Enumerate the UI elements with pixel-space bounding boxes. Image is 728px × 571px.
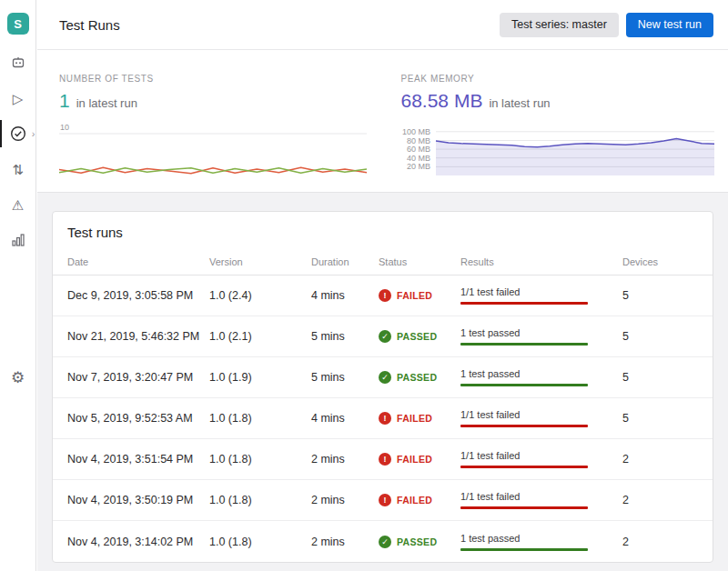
result-bar (460, 466, 588, 468)
memory-panel-value: 68.58 MB in latest run (401, 90, 714, 112)
memory-panel-label: PEAK MEMORY (401, 74, 714, 84)
gear-icon: ⚙ (11, 370, 25, 386)
status-label: PASSED (397, 331, 437, 342)
main-area: Test Runs Test series: master New test r… (37, 0, 728, 571)
row-status: ✓PASSED (379, 536, 460, 548)
table-row[interactable]: Nov 4, 2019, 3:50:19 PM1.0 (1.8)2 mins!F… (53, 480, 713, 521)
status-label: FAILED (397, 495, 432, 506)
svg-text:80 MB: 80 MB (406, 136, 430, 145)
column-header-status: Status (379, 256, 460, 267)
result-bar (460, 425, 588, 427)
table-body: Dec 9, 2019, 3:05:58 PM1.0 (2.4)4 mins!F… (53, 275, 713, 562)
table-row[interactable]: Nov 5, 2019, 9:52:53 AM1.0 (1.8)4 mins!F… (53, 398, 713, 439)
sidebar-item-commits[interactable]: ⇅ (0, 157, 36, 181)
sidebar-item-issues[interactable]: ⚠ (0, 193, 36, 216)
tests-chart: 10 (59, 119, 369, 179)
content-area: Test runs Date Version Duration Status R… (37, 193, 728, 571)
result-label: 1/1 test failed (460, 491, 622, 502)
result-label: 1 test passed (460, 533, 622, 544)
card-title: Test runs (53, 212, 713, 251)
result-label: 1 test passed (460, 327, 622, 338)
status-label: FAILED (397, 290, 432, 301)
row-devices: 5 (622, 412, 698, 425)
status-label: PASSED (397, 536, 437, 547)
result-bar (460, 343, 588, 346)
failed-icon: ! (379, 494, 391, 506)
passed-icon: ✓ (379, 536, 391, 548)
row-devices: 5 (622, 371, 698, 384)
table-header: Date Version Duration Status Results Dev… (53, 251, 713, 275)
test-runs-card: Test runs Date Version Duration Status R… (52, 211, 713, 563)
result-label: 1 test passed (460, 368, 622, 379)
column-header-version: Version (209, 256, 311, 267)
tests-count: 1 (59, 90, 70, 112)
result-label: 1/1 test failed (460, 450, 622, 461)
bot-icon (10, 55, 26, 71)
status-label: PASSED (397, 372, 437, 383)
row-duration: 2 mins (311, 494, 379, 506)
row-version: 1.0 (1.9) (209, 371, 311, 384)
status-label: FAILED (397, 413, 432, 424)
row-status: !FAILED (379, 453, 460, 466)
row-results: 1 test passed (460, 533, 622, 551)
app-window: S ▷ › ⇅ ⚠ (0, 0, 728, 571)
table-row[interactable]: Nov 21, 2019, 5:46:32 PM1.0 (2.1)5 mins✓… (53, 316, 713, 357)
svg-text:10: 10 (60, 123, 69, 132)
play-icon: ▷ (13, 92, 24, 105)
memory-value-suffix: in latest run (489, 96, 550, 110)
row-status: ✓PASSED (379, 330, 460, 343)
table-row[interactable]: Dec 9, 2019, 3:05:58 PM1.0 (2.4)4 mins!F… (53, 275, 713, 316)
sidebar-item-settings[interactable]: ⚙ (0, 366, 36, 389)
row-version: 1.0 (2.4) (209, 289, 311, 302)
svg-text:20 MB: 20 MB (406, 162, 430, 171)
table-row[interactable]: Nov 4, 2019, 3:14:02 PM1.0 (1.8)2 mins✓P… (53, 521, 713, 562)
row-version: 1.0 (2.1) (209, 330, 311, 343)
row-date: Nov 4, 2019, 3:50:19 PM (67, 494, 209, 506)
header-actions: Test series: master New test run (500, 13, 713, 37)
row-date: Nov 5, 2019, 9:52:53 AM (67, 412, 209, 425)
failed-icon: ! (379, 412, 391, 425)
memory-chart: 100 MB80 MB60 MB40 MB20 MB (401, 119, 716, 179)
row-devices: 5 (622, 330, 698, 343)
avatar[interactable]: S (7, 13, 29, 35)
sidebar-item-runs[interactable]: ▷ (0, 86, 36, 110)
row-version: 1.0 (1.8) (209, 494, 311, 506)
memory-value: 68.58 MB (401, 90, 483, 112)
check-circle-icon (9, 125, 27, 143)
result-bar (460, 506, 588, 509)
row-results: 1/1 test failed (460, 286, 622, 305)
result-label: 1/1 test failed (460, 286, 622, 297)
passed-icon: ✓ (379, 330, 391, 343)
svg-text:100 MB: 100 MB (401, 127, 430, 136)
column-header-duration: Duration (311, 256, 379, 267)
row-version: 1.0 (1.8) (209, 453, 311, 466)
row-date: Nov 4, 2019, 3:14:02 PM (67, 536, 209, 548)
column-header-devices: Devices (622, 256, 698, 267)
sidebar-item-bots[interactable] (0, 51, 36, 75)
table-row[interactable]: Nov 7, 2019, 3:20:47 PM1.0 (1.9)5 mins✓P… (53, 357, 713, 398)
column-header-results: Results (460, 256, 622, 267)
row-devices: 2 (622, 494, 698, 506)
row-date: Nov 21, 2019, 5:46:32 PM (67, 330, 209, 343)
result-bar (460, 302, 588, 305)
test-series-button[interactable]: Test series: master (500, 13, 619, 37)
sidebar: S ▷ › ⇅ ⚠ (0, 0, 36, 571)
row-duration: 2 mins (311, 453, 379, 466)
chevron-right-icon: › (32, 128, 35, 139)
failed-icon: ! (379, 289, 391, 302)
svg-text:40 MB: 40 MB (406, 154, 430, 163)
result-label: 1/1 test failed (460, 409, 622, 420)
row-duration: 4 mins (311, 289, 379, 302)
sidebar-item-tests[interactable]: › (0, 122, 36, 145)
new-test-run-button[interactable]: New test run (626, 13, 713, 37)
sidebar-item-reports[interactable] (0, 228, 36, 252)
row-status: !FAILED (379, 494, 460, 506)
row-results: 1/1 test failed (460, 450, 622, 468)
bar-chart-icon (10, 232, 26, 248)
svg-text:60 MB: 60 MB (406, 145, 430, 154)
table-row[interactable]: Nov 4, 2019, 3:51:54 PM1.0 (1.8)2 mins!F… (53, 439, 713, 480)
row-date: Nov 7, 2019, 3:20:47 PM (67, 371, 209, 384)
row-date: Nov 4, 2019, 3:51:54 PM (67, 453, 209, 466)
warning-icon: ⚠ (12, 198, 24, 212)
row-results: 1 test passed (460, 327, 622, 346)
